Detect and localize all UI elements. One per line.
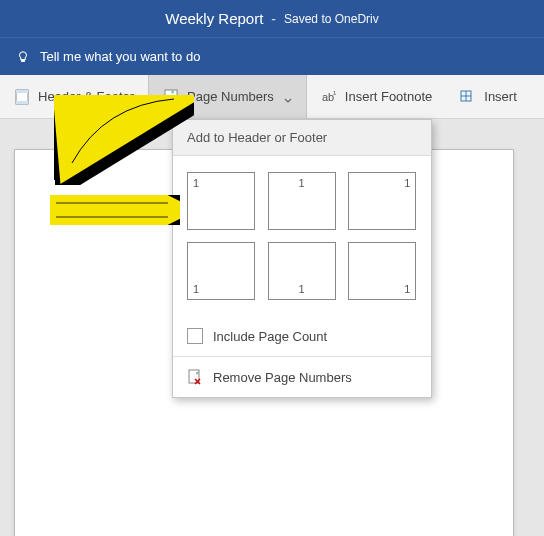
page-numbers-dropdown: Add to Header or Footer 1 1 1 1 1 1 Incl… bbox=[172, 119, 432, 398]
header-footer-icon bbox=[14, 89, 30, 105]
svg-text:#: # bbox=[171, 89, 174, 95]
svg-text:#: # bbox=[196, 370, 199, 376]
placement-top-right[interactable]: 1 bbox=[348, 172, 416, 230]
insert-footnote-button[interactable]: ab1 Insert Footnote bbox=[307, 75, 446, 118]
insert-button[interactable]: Insert bbox=[446, 75, 531, 118]
placement-top-left[interactable]: 1 bbox=[187, 172, 255, 230]
placement-bottom-left[interactable]: 1 bbox=[187, 242, 255, 300]
include-page-count-option[interactable]: Include Page Count bbox=[173, 316, 431, 356]
placement-grid: 1 1 1 1 1 1 bbox=[173, 156, 431, 316]
footnote-icon: ab1 bbox=[321, 89, 337, 105]
include-page-count-label: Include Page Count bbox=[213, 329, 327, 344]
page-numbers-icon: # bbox=[163, 89, 179, 105]
svg-rect-2 bbox=[16, 101, 28, 104]
placement-bottom-right[interactable]: 1 bbox=[348, 242, 416, 300]
placement-bottom-center[interactable]: 1 bbox=[268, 242, 336, 300]
ribbon: Header & Footer # Page Numbers ab1 Inser… bbox=[0, 75, 544, 119]
remove-page-numbers-option[interactable]: # Remove Page Numbers bbox=[173, 357, 431, 397]
insert-table-icon bbox=[460, 89, 476, 105]
insert-footnote-label: Insert Footnote bbox=[345, 89, 432, 104]
checkbox-icon bbox=[187, 328, 203, 344]
page-numbers-button[interactable]: # Page Numbers bbox=[148, 75, 307, 118]
page-numbers-label: Page Numbers bbox=[187, 89, 274, 104]
lightbulb-icon bbox=[16, 50, 30, 64]
chevron-down-icon bbox=[284, 93, 292, 101]
remove-page-numbers-label: Remove Page Numbers bbox=[213, 370, 352, 385]
dropdown-header: Add to Header or Footer bbox=[173, 120, 431, 156]
tell-me-bar[interactable]: Tell me what you want to do bbox=[0, 37, 544, 75]
remove-page-numbers-icon: # bbox=[187, 369, 203, 385]
placement-top-center[interactable]: 1 bbox=[268, 172, 336, 230]
header-footer-button[interactable]: Header & Footer bbox=[0, 75, 148, 118]
titlebar: Weekly Report - Saved to OneDriv bbox=[0, 0, 544, 37]
insert-label: Insert bbox=[484, 89, 517, 104]
svg-text:1: 1 bbox=[333, 90, 337, 96]
save-status: Saved to OneDriv bbox=[284, 12, 379, 26]
header-footer-label: Header & Footer bbox=[38, 89, 134, 104]
titlebar-separator: - bbox=[263, 11, 284, 27]
tell-me-placeholder: Tell me what you want to do bbox=[40, 49, 200, 64]
document-title: Weekly Report bbox=[165, 10, 263, 27]
svg-rect-1 bbox=[16, 90, 28, 93]
